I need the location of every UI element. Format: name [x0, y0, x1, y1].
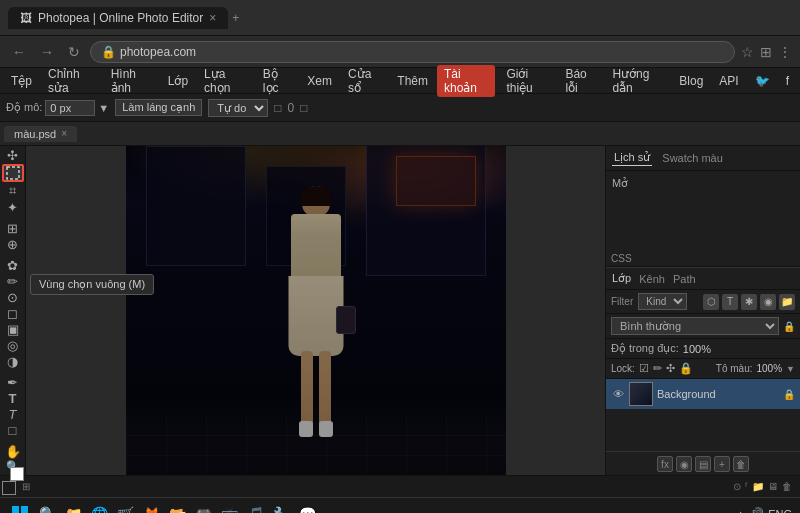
- browser-actions: ☆ ⊞ ⋮: [741, 44, 792, 60]
- shape-tool[interactable]: □: [2, 423, 24, 438]
- text-tool[interactable]: T: [2, 391, 24, 406]
- layer-lock-icon: 🔒: [783, 389, 795, 400]
- menu-layer[interactable]: Lớp: [161, 72, 195, 90]
- tray-arrow[interactable]: ▲: [735, 508, 746, 514]
- back-button[interactable]: ←: [8, 42, 30, 62]
- lock-all-icon[interactable]: 🔒: [679, 362, 693, 375]
- filter-select[interactable]: Kind: [638, 293, 687, 310]
- fill-arrow[interactable]: ▼: [786, 364, 795, 374]
- layers-icon-btn-1[interactable]: ⬡: [703, 294, 719, 310]
- lam-lang-canh-button[interactable]: Làm láng cạnh: [115, 99, 202, 116]
- browser-tab[interactable]: 🖼 Photopea | Online Photo Editor ×: [8, 7, 228, 29]
- fill-label: Tô màu:: [716, 363, 753, 374]
- move-tool[interactable]: ✣: [2, 148, 24, 163]
- eyedropper-tool[interactable]: ⊕: [2, 237, 24, 252]
- file-tab-active[interactable]: màu.psd ×: [4, 126, 77, 142]
- dodge-tool[interactable]: ◑: [2, 354, 24, 369]
- group-button[interactable]: ▤: [695, 456, 711, 472]
- menu-view[interactable]: Xem: [300, 72, 339, 90]
- menu-image[interactable]: Hình ảnh: [104, 65, 159, 97]
- delete-layer-button[interactable]: 🗑: [733, 456, 749, 472]
- tab-history[interactable]: Lịch sử: [612, 150, 652, 166]
- taskbar-app4[interactable]: 🔧: [270, 503, 292, 514]
- address-bar[interactable]: 🔒 photopea.com: [90, 41, 735, 63]
- layer-item-background[interactable]: 👁 Background 🔒: [606, 379, 800, 409]
- fx-button[interactable]: fx: [657, 456, 673, 472]
- lock-brush-icon[interactable]: ✏: [653, 362, 662, 375]
- do-mode-input[interactable]: [45, 100, 95, 116]
- blur-tool[interactable]: ◎: [2, 338, 24, 353]
- menu-blog[interactable]: Blog: [672, 72, 710, 90]
- taskbar-files[interactable]: 📁: [62, 503, 84, 514]
- hand-tool[interactable]: ✋: [2, 444, 24, 459]
- spot-heal-tool[interactable]: ✿: [2, 258, 24, 273]
- forward-button[interactable]: →: [36, 42, 58, 62]
- background-color[interactable]: [10, 467, 24, 481]
- menu-intro[interactable]: Giới thiệu: [499, 65, 556, 97]
- layers-icon-btn-2[interactable]: T: [722, 294, 738, 310]
- tu-do-select[interactable]: Tự do: [208, 99, 268, 117]
- brush-tool[interactable]: ✏: [2, 274, 24, 289]
- taskbar-store[interactable]: 🛒: [114, 503, 136, 514]
- menu-guide[interactable]: Hướng dẫn: [605, 65, 670, 97]
- do-mode-arrow[interactable]: ▼: [98, 102, 109, 114]
- text-vertical-tool[interactable]: T: [2, 407, 24, 422]
- menu-window[interactable]: Cửa sổ: [341, 65, 388, 97]
- menu-more[interactable]: Thêm: [390, 72, 435, 90]
- file-tab-close[interactable]: ×: [61, 128, 67, 139]
- lock-move-icon[interactable]: ✣: [666, 362, 675, 375]
- new-tab-button[interactable]: +: [232, 11, 239, 25]
- tray-sound[interactable]: 🔊: [750, 507, 764, 513]
- start-button[interactable]: [8, 502, 32, 514]
- clone-tool[interactable]: ⊙: [2, 290, 24, 305]
- menu-icon[interactable]: ⋮: [778, 44, 792, 60]
- menu-social2[interactable]: f: [779, 72, 796, 90]
- taskbar-app2[interactable]: 📺: [218, 503, 240, 514]
- blend-mode-row: Bình thường 🔒: [606, 314, 800, 339]
- taskbar-app5[interactable]: 💬: [296, 503, 318, 514]
- tab-layers[interactable]: Lớp: [612, 272, 631, 285]
- menu-filter[interactable]: Bộ lọc: [256, 65, 299, 97]
- workspace: ✣ ⌗ ✦ ⊞ ⊕ ✿ ✏ ⊙ ◻ ▣ ◎ ◑ ✒ T T □ ✋ 🔍: [0, 146, 800, 475]
- tab-swatch[interactable]: Swatch màu: [660, 151, 725, 165]
- taskbar-firefox[interactable]: 🦊: [140, 503, 162, 514]
- menu-api[interactable]: API: [712, 72, 745, 90]
- marquee-tool[interactable]: [2, 164, 24, 182]
- new-layer-button[interactable]: +: [714, 456, 730, 472]
- layer-visibility-toggle[interactable]: 👁: [611, 387, 625, 401]
- gradient-tool[interactable]: ▣: [2, 322, 24, 337]
- taskbar-folder[interactable]: 📂: [166, 503, 188, 514]
- pen-tool[interactable]: ✒: [2, 375, 24, 390]
- menu-file[interactable]: Tệp: [4, 72, 39, 90]
- menu-report[interactable]: Báo lỗi: [558, 65, 603, 97]
- layers-icon-btn-3[interactable]: ✱: [741, 294, 757, 310]
- refresh-button[interactable]: ↻: [64, 42, 84, 62]
- lock-row: Lock: ☑ ✏ ✣ 🔒 Tô màu: 100% ▼: [606, 359, 800, 379]
- crop-tool[interactable]: ⊞: [2, 221, 24, 236]
- tab-channels[interactable]: Kênh: [639, 273, 665, 285]
- layers-icon-btn-4[interactable]: ◉: [760, 294, 776, 310]
- tab-close-button[interactable]: ×: [209, 11, 216, 25]
- tray-lang[interactable]: ENG: [768, 508, 792, 514]
- extensions-icon[interactable]: ⊞: [760, 44, 772, 60]
- tab-path[interactable]: Path: [673, 273, 696, 285]
- taskbar-search[interactable]: 🔍: [36, 503, 58, 514]
- eraser-tool[interactable]: ◻: [2, 306, 24, 321]
- tab-favicon: 🖼: [20, 11, 32, 25]
- blend-mode-select[interactable]: Bình thường: [611, 317, 779, 335]
- magic-wand-tool[interactable]: ✦: [2, 200, 24, 215]
- taskbar-browser[interactable]: 🌐: [88, 503, 110, 514]
- lasso-tool[interactable]: ⌗: [2, 183, 24, 199]
- lock-check-icon[interactable]: ☑: [639, 362, 649, 375]
- menu-account[interactable]: Tài khoản: [437, 65, 495, 97]
- taskbar-app1[interactable]: 🎮: [192, 503, 214, 514]
- taskbar-app3[interactable]: 🎵: [244, 503, 266, 514]
- layers-icon-btn-5[interactable]: 📁: [779, 294, 795, 310]
- foreground-color[interactable]: [2, 481, 16, 495]
- adjustment-button[interactable]: ◉: [676, 456, 692, 472]
- canvas-area[interactable]: [26, 146, 605, 475]
- bookmark-icon[interactable]: ☆: [741, 44, 754, 60]
- menu-social1[interactable]: 🐦: [748, 72, 777, 90]
- menu-select[interactable]: Lựa chọn: [197, 65, 254, 97]
- menu-edit[interactable]: Chỉnh sửa: [41, 65, 102, 97]
